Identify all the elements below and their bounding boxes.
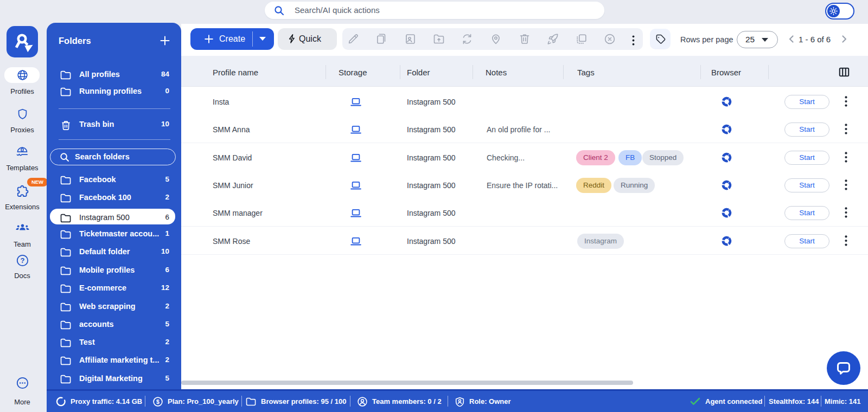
svg-text:?: ?	[20, 256, 24, 265]
svg-text:$: $	[156, 398, 159, 405]
